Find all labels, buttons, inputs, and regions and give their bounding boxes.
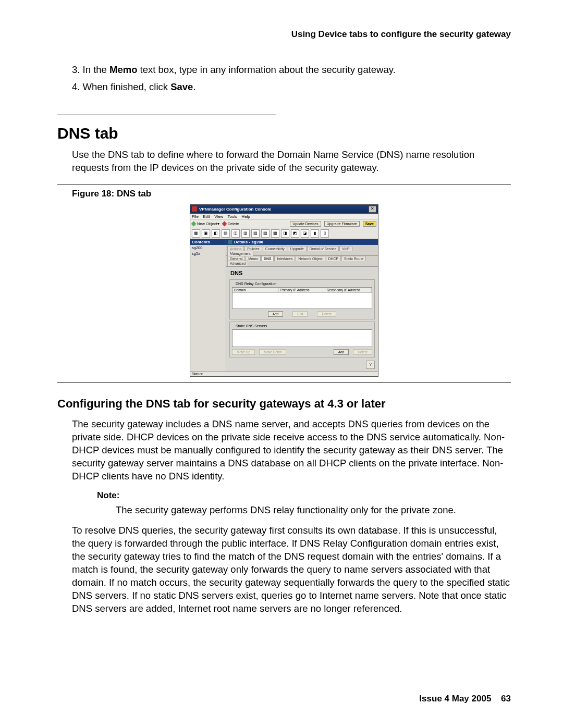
toolbar-icon-8[interactable]: ▨ <box>261 229 270 238</box>
dns-relay-table-header: Domain Primary IP Address Secondary IP A… <box>232 288 372 293</box>
toolbar-main: New Object ▾ Delete Update Devices Upgra… <box>190 219 378 228</box>
section-divider <box>57 115 276 115</box>
menu-edit[interactable]: Edit <box>203 214 210 219</box>
close-icon[interactable]: × <box>369 206 376 213</box>
running-header: Using Device tabs to configure the secur… <box>57 29 511 40</box>
col-primary-ip: Primary IP Address <box>279 288 325 292</box>
titlebar: VPNmanager Configuration Console × <box>190 205 378 214</box>
figure-caption: Figure 18: DNS tab <box>72 189 511 199</box>
note-body: The security gateway performs DNS relay … <box>116 504 511 517</box>
moveup-button[interactable]: Move Up <box>232 349 255 355</box>
dns-relay-add-button[interactable]: Add <box>268 311 284 317</box>
toolbar-icon-4[interactable]: ▤ <box>222 229 230 238</box>
paragraph-2: To resolve DNS queries, the security gat… <box>72 524 511 615</box>
dns-relay-table[interactable]: Domain Primary IP Address Secondary IP A… <box>232 287 372 309</box>
tab-connectivity[interactable]: Connectivity <box>263 246 287 251</box>
paragraph-1: The security gateway includes a DNS name… <box>72 418 511 483</box>
sidebar-item-sg200[interactable]: sg200 <box>190 245 226 251</box>
dns-relay-buttons: Add Edit Delete <box>232 311 372 317</box>
movedown-button[interactable]: Move Down <box>259 349 286 355</box>
new-object-label: New Object <box>197 221 217 226</box>
tab-voip[interactable]: VoIP <box>339 246 352 251</box>
static-add-button[interactable]: Add <box>334 349 349 355</box>
footer-issue: Issue 4 May 2005 <box>419 694 491 704</box>
step4-pre: 4. When finished, click <box>72 81 170 92</box>
tab-denial-of-service[interactable]: Denial of Service <box>307 246 339 251</box>
details-icon <box>228 240 232 244</box>
sidebar: Contents sg200 sg5x <box>190 239 226 371</box>
statusbar: Status: <box>190 371 378 376</box>
section-title-dns-tab: DNS tab <box>57 125 511 142</box>
toolbar-icon-7[interactable]: ▧ <box>251 229 260 238</box>
note-label: Note: <box>97 490 511 501</box>
subsection-title: Configuring the DNS tab for security gat… <box>57 397 511 411</box>
footer-page-number: 63 <box>501 694 511 704</box>
tab-dns[interactable]: DNS <box>261 256 274 261</box>
menu-view[interactable]: View <box>214 214 223 219</box>
static-dns-buttons: Move Up Move Down Add Delete <box>232 349 372 355</box>
toolbar-icon-11[interactable]: ◩ <box>291 229 299 238</box>
figure-rule-top <box>57 184 511 184</box>
tab-row-2: General Memo DNS Interfaces Network Obje… <box>226 256 378 267</box>
static-dns-list[interactable] <box>232 329 372 347</box>
diamond-green-icon <box>191 221 197 226</box>
section-intro: Use the DNS tab to define where to forwa… <box>72 149 511 175</box>
static-delete-button[interactable]: Delete <box>353 349 372 355</box>
toolbar-icon-12[interactable]: ◪ <box>301 229 309 238</box>
diamond-red-icon <box>222 221 227 226</box>
tab-advanced[interactable]: Advanced <box>227 261 248 266</box>
fieldset-dns-relay-legend: DNS Relay Configuration <box>234 282 278 286</box>
sidebar-header: Contents <box>190 239 226 245</box>
tab-row-1: Actions Policies Connectivity Upgrade De… <box>226 245 378 256</box>
toolbar-icon-14[interactable]: ▯ <box>321 229 329 238</box>
toolbar-icon-6[interactable]: ▥ <box>241 229 250 238</box>
app-icon <box>192 206 197 212</box>
step-3: 3. In the Memo text box, type in any inf… <box>72 64 511 77</box>
tab-interfaces[interactable]: Interfaces <box>274 256 295 261</box>
delete-label: Delete <box>228 221 239 226</box>
page-footer: Issue 4 May 2005 63 <box>419 694 511 704</box>
step3-post: text box, type in any information about … <box>137 64 395 75</box>
toolbar-icon-9[interactable]: ▩ <box>271 229 279 238</box>
app-window: VPNmanager Configuration Console × File … <box>190 204 378 377</box>
sidebar-item-sg5x[interactable]: sg5x <box>190 251 226 256</box>
update-devices-button[interactable]: Update Devices <box>290 221 321 227</box>
menu-file[interactable]: File <box>192 214 199 219</box>
fieldset-dns-relay: DNS Relay Configuration Domain Primary I… <box>229 279 375 319</box>
toolbar-icons: ▦ ▣ ◧ ▤ ◫ ▥ ▧ ▨ ▩ ◨ ◩ ◪ ▮ ▯ <box>190 228 378 239</box>
step3-bold: Memo <box>109 64 137 75</box>
tab-upgrade[interactable]: Upgrade <box>288 246 307 251</box>
dns-relay-delete-button[interactable]: Delete <box>317 311 336 317</box>
menu-tools[interactable]: Tools <box>227 214 237 219</box>
new-object-button[interactable]: New Object ▾ <box>192 221 219 226</box>
toolbar-icon-1[interactable]: ▦ <box>192 229 200 238</box>
tab-network-object[interactable]: Network Object <box>296 256 325 261</box>
toolbar-icon-10[interactable]: ◨ <box>281 229 289 238</box>
dns-panel-title: DNS <box>226 267 378 278</box>
main-pane: Details - sg200 Actions Policies Connect… <box>226 239 378 371</box>
menu-help[interactable]: Help <box>241 214 250 219</box>
step-4: 4. When finished, click Save. <box>72 81 511 94</box>
toolbar-icon-2[interactable]: ▣ <box>202 229 210 238</box>
upgrade-firmware-button[interactable]: Upgrade Firmware <box>324 221 360 227</box>
toolbar-icon-5[interactable]: ◫ <box>231 229 240 238</box>
col-secondary-ip: Secondary IP Address <box>325 288 372 292</box>
step3-pre: 3. In the <box>72 64 109 75</box>
save-button[interactable]: Save <box>363 221 376 227</box>
dns-relay-edit-button[interactable]: Edit <box>292 311 308 317</box>
step4-bold: Save <box>170 81 193 92</box>
fieldset-static-dns: Static DNS Servers Move Up Move Down Add… <box>229 322 375 357</box>
figure-rule-bottom <box>57 382 511 382</box>
tab-management[interactable]: Management <box>227 251 253 256</box>
toolbar-icon-3[interactable]: ◧ <box>212 229 220 238</box>
delete-button[interactable]: Delete <box>223 221 239 226</box>
details-title: Details - sg200 <box>234 240 263 244</box>
col-domain: Domain <box>232 288 279 292</box>
details-header: Details - sg200 <box>226 239 378 245</box>
window-title: VPNmanager Configuration Console <box>199 207 271 212</box>
tab-static-route[interactable]: Static Route <box>341 256 366 261</box>
tab-dhcp[interactable]: DHCP <box>326 256 341 261</box>
help-icon[interactable]: ? <box>366 361 375 369</box>
menubar: File Edit View Tools Help <box>190 214 378 219</box>
toolbar-icon-13[interactable]: ▮ <box>311 229 319 238</box>
